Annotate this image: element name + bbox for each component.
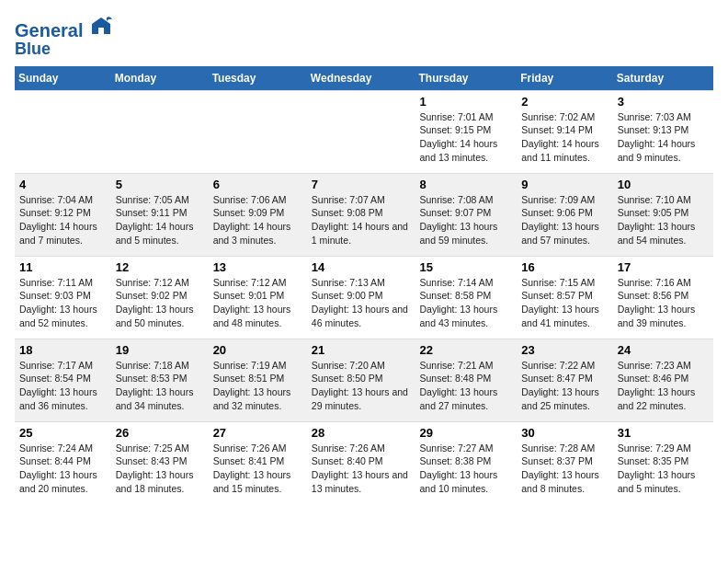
week-row-5: 25Sunrise: 7:24 AMSunset: 8:44 PMDayligh…: [15, 421, 713, 504]
calendar-cell: 6Sunrise: 7:06 AMSunset: 9:09 PMDaylight…: [209, 173, 307, 256]
day-number: 11: [19, 260, 107, 274]
header-monday: Monday: [111, 66, 209, 91]
logo-text: General: [15, 15, 112, 40]
day-number: 18: [19, 343, 107, 357]
cell-info: Sunrise: 7:20 AMSunset: 8:50 PMDaylight:…: [312, 359, 411, 413]
day-number: 4: [19, 178, 107, 191]
cell-info: Sunrise: 7:07 AMSunset: 9:08 PMDaylight:…: [312, 193, 411, 247]
header-row: SundayMondayTuesdayWednesdayThursdayFrid…: [15, 66, 713, 91]
cell-info: Sunrise: 7:29 AMSunset: 8:35 PMDaylight:…: [618, 442, 709, 496]
calendar-cell: 1Sunrise: 7:01 AMSunset: 9:15 PMDaylight…: [415, 90, 518, 173]
day-number: 14: [312, 260, 411, 274]
calendar-cell: 17Sunrise: 7:16 AMSunset: 8:56 PMDayligh…: [613, 256, 713, 339]
calendar-cell: 16Sunrise: 7:15 AMSunset: 8:57 PMDayligh…: [517, 256, 612, 339]
cell-info: Sunrise: 7:17 AMSunset: 8:54 PMDaylight:…: [19, 359, 107, 413]
day-number: 29: [420, 426, 513, 440]
calendar-cell: 27Sunrise: 7:26 AMSunset: 8:41 PMDayligh…: [209, 421, 307, 504]
calendar-cell: [15, 90, 111, 173]
calendar-cell: 24Sunrise: 7:23 AMSunset: 8:46 PMDayligh…: [613, 339, 713, 421]
day-number: 2: [521, 95, 608, 109]
cell-info: Sunrise: 7:01 AMSunset: 9:15 PMDaylight:…: [420, 110, 513, 165]
cell-info: Sunrise: 7:18 AMSunset: 8:53 PMDaylight:…: [116, 359, 204, 413]
day-number: 16: [521, 260, 608, 274]
cell-info: Sunrise: 7:19 AMSunset: 8:51 PMDaylight:…: [213, 359, 302, 413]
day-number: 28: [312, 426, 411, 440]
calendar-cell: 31Sunrise: 7:29 AMSunset: 8:35 PMDayligh…: [613, 421, 713, 504]
cell-info: Sunrise: 7:14 AMSunset: 8:58 PMDaylight:…: [420, 276, 513, 330]
calendar-cell: [209, 90, 307, 173]
cell-info: Sunrise: 7:22 AMSunset: 8:47 PMDaylight:…: [521, 359, 608, 413]
day-number: 25: [19, 426, 107, 440]
calendar-cell: 2Sunrise: 7:02 AMSunset: 9:14 PMDaylight…: [517, 90, 612, 173]
day-number: 10: [618, 178, 709, 191]
cell-info: Sunrise: 7:05 AMSunset: 9:11 PMDaylight:…: [116, 193, 204, 247]
day-number: 5: [116, 178, 204, 191]
calendar-cell: 7Sunrise: 7:07 AMSunset: 9:08 PMDaylight…: [307, 173, 415, 256]
day-number: 20: [213, 343, 302, 357]
cell-info: Sunrise: 7:09 AMSunset: 9:06 PMDaylight:…: [521, 193, 608, 247]
cell-info: Sunrise: 7:03 AMSunset: 9:13 PMDaylight:…: [618, 110, 709, 165]
day-number: 17: [618, 260, 709, 274]
cell-info: Sunrise: 7:15 AMSunset: 8:57 PMDaylight:…: [521, 276, 608, 330]
cell-info: Sunrise: 7:10 AMSunset: 9:05 PMDaylight:…: [618, 193, 709, 247]
header-saturday: Saturday: [613, 66, 713, 91]
day-number: 15: [420, 260, 513, 274]
day-number: 12: [116, 260, 204, 274]
logo-icon: [90, 15, 112, 37]
calendar-table: SundayMondayTuesdayWednesdayThursdayFrid…: [15, 66, 713, 505]
calendar-cell: 30Sunrise: 7:28 AMSunset: 8:37 PMDayligh…: [517, 421, 612, 504]
day-number: 13: [213, 260, 302, 274]
cell-info: Sunrise: 7:08 AMSunset: 9:07 PMDaylight:…: [420, 193, 513, 247]
cell-info: Sunrise: 7:11 AMSunset: 9:03 PMDaylight:…: [19, 276, 107, 330]
calendar-cell: 8Sunrise: 7:08 AMSunset: 9:07 PMDaylight…: [415, 173, 518, 256]
calendar-cell: 5Sunrise: 7:05 AMSunset: 9:11 PMDaylight…: [111, 173, 209, 256]
day-number: 8: [420, 178, 513, 191]
calendar-cell: 14Sunrise: 7:13 AMSunset: 9:00 PMDayligh…: [307, 256, 415, 339]
day-number: 22: [420, 343, 513, 357]
week-row-1: 1Sunrise: 7:01 AMSunset: 9:15 PMDaylight…: [15, 90, 713, 173]
header-tuesday: Tuesday: [209, 66, 307, 91]
calendar-cell: 9Sunrise: 7:09 AMSunset: 9:06 PMDaylight…: [517, 173, 612, 256]
day-number: 27: [213, 426, 302, 440]
week-row-3: 11Sunrise: 7:11 AMSunset: 9:03 PMDayligh…: [15, 256, 713, 339]
day-number: 9: [521, 178, 608, 191]
calendar-cell: 22Sunrise: 7:21 AMSunset: 8:48 PMDayligh…: [415, 339, 518, 421]
day-number: 21: [312, 343, 411, 357]
day-number: 24: [618, 343, 709, 357]
header-friday: Friday: [517, 66, 612, 91]
cell-info: Sunrise: 7:13 AMSunset: 9:00 PMDaylight:…: [312, 276, 411, 330]
calendar-cell: 25Sunrise: 7:24 AMSunset: 8:44 PMDayligh…: [15, 421, 111, 504]
header-thursday: Thursday: [415, 66, 518, 91]
day-number: 31: [618, 426, 709, 440]
calendar-cell: 10Sunrise: 7:10 AMSunset: 9:05 PMDayligh…: [613, 173, 713, 256]
day-number: 30: [521, 426, 608, 440]
calendar-cell: 15Sunrise: 7:14 AMSunset: 8:58 PMDayligh…: [415, 256, 518, 339]
calendar-cell: 12Sunrise: 7:12 AMSunset: 9:02 PMDayligh…: [111, 256, 209, 339]
cell-info: Sunrise: 7:06 AMSunset: 9:09 PMDaylight:…: [213, 193, 302, 247]
week-row-4: 18Sunrise: 7:17 AMSunset: 8:54 PMDayligh…: [15, 339, 713, 421]
header-wednesday: Wednesday: [307, 66, 415, 91]
calendar-cell: 11Sunrise: 7:11 AMSunset: 9:03 PMDayligh…: [15, 256, 111, 339]
calendar-cell: 26Sunrise: 7:25 AMSunset: 8:43 PMDayligh…: [111, 421, 209, 504]
page-header: General Blue: [15, 15, 713, 59]
logo: General Blue: [15, 15, 112, 59]
day-number: 7: [312, 178, 411, 191]
cell-info: Sunrise: 7:23 AMSunset: 8:46 PMDaylight:…: [618, 359, 709, 413]
cell-info: Sunrise: 7:25 AMSunset: 8:43 PMDaylight:…: [116, 442, 204, 496]
calendar-cell: 28Sunrise: 7:26 AMSunset: 8:40 PMDayligh…: [307, 421, 415, 504]
calendar-cell: [307, 90, 415, 173]
calendar-cell: 13Sunrise: 7:12 AMSunset: 9:01 PMDayligh…: [209, 256, 307, 339]
cell-info: Sunrise: 7:24 AMSunset: 8:44 PMDaylight:…: [19, 442, 107, 496]
day-number: 3: [618, 95, 709, 109]
cell-info: Sunrise: 7:04 AMSunset: 9:12 PMDaylight:…: [19, 193, 107, 247]
cell-info: Sunrise: 7:26 AMSunset: 8:41 PMDaylight:…: [213, 442, 302, 496]
cell-info: Sunrise: 7:28 AMSunset: 8:37 PMDaylight:…: [521, 442, 608, 496]
calendar-cell: 18Sunrise: 7:17 AMSunset: 8:54 PMDayligh…: [15, 339, 111, 421]
header-sunday: Sunday: [15, 66, 111, 91]
calendar-cell: 19Sunrise: 7:18 AMSunset: 8:53 PMDayligh…: [111, 339, 209, 421]
calendar-cell: 4Sunrise: 7:04 AMSunset: 9:12 PMDaylight…: [15, 173, 111, 256]
cell-info: Sunrise: 7:12 AMSunset: 9:02 PMDaylight:…: [116, 276, 204, 330]
cell-info: Sunrise: 7:16 AMSunset: 8:56 PMDaylight:…: [618, 276, 709, 330]
calendar-cell: 21Sunrise: 7:20 AMSunset: 8:50 PMDayligh…: [307, 339, 415, 421]
day-number: 23: [521, 343, 608, 357]
